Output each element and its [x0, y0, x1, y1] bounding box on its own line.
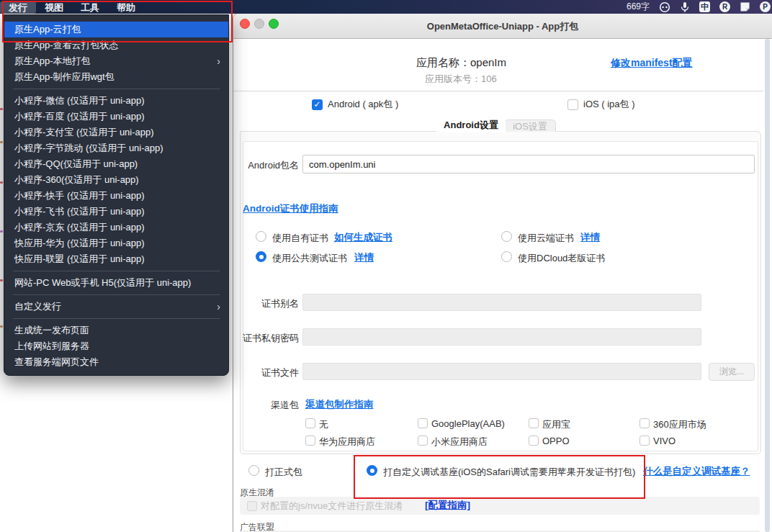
menu-separator	[13, 89, 220, 89]
channel-package-label: 渠道包	[238, 399, 299, 412]
menu-item-make-wgt-package[interactable]: 原生App-制作应用wgt包	[4, 69, 228, 85]
cert-file-input	[302, 363, 701, 380]
package-name-label: Android包名	[238, 159, 299, 172]
menu-item-mp-weixin[interactable]: 小程序-微信 (仅适用于 uni-app)	[4, 93, 228, 109]
modify-manifest-link[interactable]: 修改manifest配置	[611, 57, 693, 70]
menu-item-custom-publish[interactable]: 自定义发行›	[4, 299, 228, 315]
dots-circle-icon[interactable]	[659, 1, 670, 13]
native-obfuscation-section-label: 原生混淆	[240, 487, 274, 499]
ios-checkbox[interactable]	[567, 99, 578, 110]
menu-item-native-app-cloud-build[interactable]: 原生App-云打包	[4, 22, 228, 37]
cert-alias-label: 证书别名	[238, 297, 299, 310]
menu-item-view-server-files[interactable]: 查看服务端网页文件	[4, 354, 228, 370]
own-cert-label: 使用自有证书	[272, 232, 328, 245]
release-package-radio[interactable]	[248, 465, 259, 476]
channel-googleplay-checkbox[interactable]	[418, 418, 428, 428]
obfuscation-checkbox-label: 对配置的js/nvue文件进行原生混淆	[261, 500, 403, 513]
app-version-label: 应用版本号：106	[425, 73, 497, 86]
menubar-item-publish[interactable]: 发行	[0, 1, 36, 14]
publish-menu: 原生App-云打包 原生App-查看云打包状态 原生App-本地打包› 原生Ap…	[4, 14, 229, 376]
submenu-arrow-icon: ›	[217, 299, 220, 315]
tab-ios-settings[interactable]: iOS设置	[504, 120, 556, 132]
menu-item-quickapp-union[interactable]: 快应用-联盟 (仅适用于 uni-app)	[4, 251, 228, 267]
submenu-arrow-icon: ›	[217, 53, 220, 69]
public-test-cert-radio[interactable]	[256, 251, 266, 262]
public-test-cert-label: 使用公共测试证书	[272, 252, 347, 265]
background-editor-sliver	[0, 230, 3, 233]
menu-item-mp-kuaishou[interactable]: 小程序-快手 (仅适用于 uni-app)	[4, 188, 228, 204]
word-count-label: 669字	[627, 1, 650, 13]
menubar-item-help[interactable]: 帮助	[108, 1, 144, 14]
custom-debug-base-label: 打自定义调试基座(iOS的Safari调试需要用苹果开发证书打包)	[383, 466, 635, 479]
menu-item-mp-alipay[interactable]: 小程序-支付宝 (仅适用于 uni-app)	[4, 125, 228, 140]
cloud-cert-detail-link[interactable]: 详情	[580, 231, 600, 244]
cloud-cert-label: 使用云端证书	[518, 232, 574, 245]
notes-icon[interactable]	[740, 1, 750, 12]
channel-360-label: 360应用市场	[653, 418, 706, 431]
channel-vivo-checkbox[interactable]	[639, 436, 650, 446]
cert-password-label: 证书私钥密码	[228, 332, 299, 345]
menu-item-quickapp-huawei[interactable]: 快应用-华为 (仅适用于 uni-app)	[4, 235, 228, 251]
channel-guide-link[interactable]: 渠道包制作指南	[305, 398, 374, 411]
android-checkbox-label: Android ( apk包 )	[328, 98, 398, 111]
obfuscation-config-guide-link[interactable]: [配置指南]	[425, 499, 470, 512]
package-name-input[interactable]	[302, 155, 755, 173]
r-badge-icon[interactable]: R	[719, 1, 730, 12]
menubar-status-area: 669字 中 R P	[627, 0, 771, 14]
public-test-cert-detail-link[interactable]: 详情	[354, 251, 374, 264]
channel-googleplay-label: GooglePlay(AAB)	[431, 418, 505, 429]
how-to-generate-cert-link[interactable]: 如何生成证书	[334, 231, 392, 244]
background-editor-sliver	[0, 141, 3, 143]
ad-union-section-label: 广告联盟	[240, 521, 274, 532]
cert-file-label: 证书文件	[238, 366, 299, 379]
obfuscation-checkbox	[247, 501, 257, 511]
release-package-label: 打正式包	[265, 466, 302, 479]
android-platform-checkbox-row[interactable]: ✓ Android ( apk包 )	[312, 98, 398, 111]
channel-huawei-label: 华为应用商店	[319, 436, 375, 448]
menubar-item-view[interactable]: 视图	[36, 1, 72, 14]
channel-xiaomi-label: 小米应用商店	[431, 436, 488, 448]
dcloud-old-cert-radio[interactable]	[501, 251, 512, 262]
android-cert-guide-link[interactable]: Android证书使用指南	[243, 202, 338, 215]
channel-xiaomi-checkbox[interactable]	[418, 436, 428, 446]
menu-item-mp-baidu[interactable]: 小程序-百度 (仅适用于 uni-app)	[4, 109, 228, 125]
android-checkbox[interactable]: ✓	[312, 99, 323, 110]
channel-vivo-label: VIVO	[653, 436, 676, 446]
menubar-item-tools[interactable]: 工具	[72, 1, 108, 14]
screen: 发行 视图 工具 帮助 669字 中 R P 原生App-云打包 原生App-查…	[0, 0, 772, 532]
channel-oppo-label: OPPO	[542, 436, 570, 446]
channel-360-checkbox[interactable]	[639, 418, 650, 428]
dialog-title-bar[interactable]: OpenMetaOffice-Uniapp - App打包	[233, 14, 772, 39]
menu-item-mp-qq[interactable]: 小程序-QQ(仅适用于 uni-app)	[4, 156, 228, 172]
menu-item-upload-website[interactable]: 上传网站到服务器	[4, 338, 228, 354]
channel-none-checkbox[interactable]	[305, 418, 315, 428]
dialog-title: OpenMetaOffice-Uniapp - App打包	[233, 20, 772, 33]
input-source-icon[interactable]: 中	[699, 1, 710, 12]
menu-item-native-app-local-build[interactable]: 原生App-本地打包›	[4, 53, 228, 69]
dcloud-old-cert-label: 使用DCloud老版证书	[518, 252, 605, 265]
app-name-label: 应用名称：openIm	[416, 56, 506, 70]
menu-item-view-cloud-build-status[interactable]: 原生App-查看云打包状态	[4, 37, 228, 53]
menu-item-mp-bytedance[interactable]: 小程序-字节跳动 (仅适用于 uni-app)	[4, 140, 228, 156]
background-editor-sliver	[0, 108, 3, 110]
ios-platform-checkbox-row[interactable]: iOS ( ipa包 )	[567, 98, 635, 111]
tab-android-settings[interactable]: Android设置	[436, 119, 506, 132]
channel-yingyongbao-checkbox[interactable]	[529, 418, 539, 428]
menu-item-mp-feishu[interactable]: 小程序-飞书 (仅适用于 uni-app)	[4, 204, 228, 220]
vertical-scrollbar[interactable]	[765, 39, 770, 532]
channel-oppo-checkbox[interactable]	[529, 436, 539, 446]
p-badge-icon[interactable]: P	[760, 1, 771, 12]
what-is-custom-debug-base-link[interactable]: 什么是自定义调试基座？	[643, 465, 750, 478]
custom-debug-base-radio[interactable]	[367, 465, 377, 476]
cloud-cert-radio[interactable]	[501, 231, 512, 242]
menu-item-generate-release-page[interactable]: 生成统一发布页面	[4, 323, 228, 338]
channel-huawei-checkbox[interactable]	[305, 436, 315, 446]
microphone-icon[interactable]	[680, 1, 690, 13]
background-editor-sliver	[0, 181, 3, 184]
cert-alias-input	[302, 294, 701, 311]
background-editor-sliver	[0, 279, 3, 281]
menu-item-mp-jd[interactable]: 小程序-京东 (仅适用于 uni-app)	[4, 220, 228, 235]
menu-item-mp-360[interactable]: 小程序-360(仅适用于 uni-app)	[4, 172, 228, 188]
menu-item-website-h5[interactable]: 网站-PC Web或手机 H5(仅适用于 uni-app)	[4, 275, 228, 291]
own-cert-radio[interactable]	[256, 231, 266, 242]
